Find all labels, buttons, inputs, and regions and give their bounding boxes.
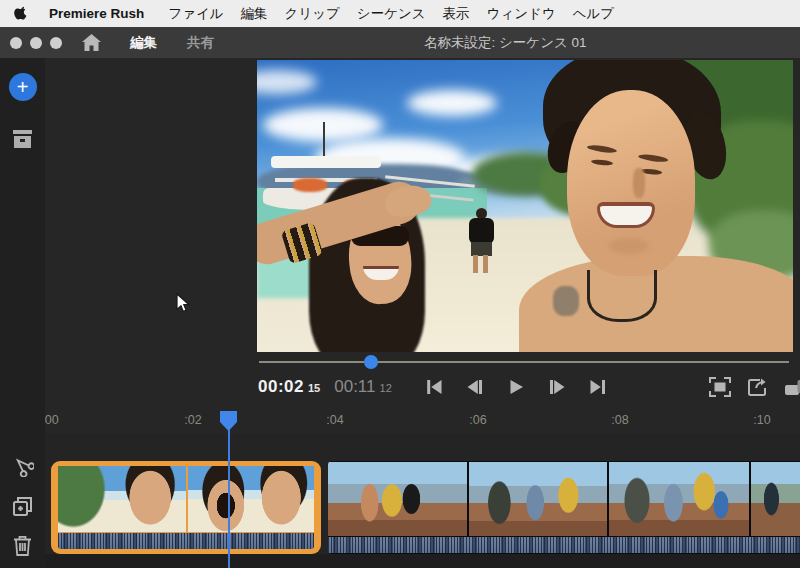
walking-person-legs bbox=[473, 255, 478, 273]
tab-edit[interactable]: 編集 bbox=[128, 28, 159, 58]
skip-to-start-icon bbox=[424, 377, 444, 397]
video-preview[interactable] bbox=[257, 60, 793, 352]
orientation-button[interactable] bbox=[784, 376, 800, 398]
menu-item-edit[interactable]: 編集 bbox=[241, 5, 268, 23]
walking-person-shorts bbox=[471, 242, 492, 256]
clip-thumbnails bbox=[58, 466, 314, 532]
clip-thumbnail bbox=[328, 462, 467, 536]
skip-to-start-button[interactable] bbox=[423, 376, 445, 398]
clip-thumbnail bbox=[609, 462, 749, 536]
clip-thumbnail bbox=[469, 462, 607, 536]
ruler-tick: :10 bbox=[753, 413, 770, 427]
mouse-cursor bbox=[176, 293, 191, 315]
main-panel: 00:02 15 00:11 12 bbox=[45, 58, 800, 568]
ruler-tick: :06 bbox=[469, 413, 486, 427]
boat-canopy bbox=[271, 156, 381, 168]
macos-menu-bar: Premiere Rush ファイル 編集 クリップ シーケンス 表示 ウィンド… bbox=[0, 0, 800, 27]
trash-icon bbox=[13, 535, 32, 556]
menu-item-clip[interactable]: クリップ bbox=[285, 5, 340, 23]
document-title: 名称未設定: シーケンス 01 bbox=[424, 27, 587, 58]
boat-cargo bbox=[293, 178, 327, 192]
duplicate-clip-button[interactable] bbox=[12, 495, 34, 517]
ruler-tick: :04 bbox=[326, 413, 343, 427]
timeline-tracks bbox=[45, 434, 800, 568]
boat-mast bbox=[323, 122, 325, 160]
home-button[interactable] bbox=[80, 32, 102, 54]
man-chin bbox=[609, 238, 649, 254]
man-tattoo bbox=[553, 286, 579, 316]
media-bin-icon bbox=[12, 130, 33, 148]
audio-waveform bbox=[58, 533, 314, 549]
orientation-icon bbox=[784, 377, 800, 397]
man-nose bbox=[633, 168, 645, 198]
previous-frame-button[interactable] bbox=[464, 376, 486, 398]
play-icon bbox=[506, 377, 526, 397]
menu-item-file[interactable]: ファイル bbox=[168, 5, 223, 23]
fullscreen-icon bbox=[709, 377, 731, 397]
current-frames: 15 bbox=[308, 382, 320, 394]
scrubber-track[interactable] bbox=[259, 361, 789, 363]
share-button[interactable] bbox=[746, 376, 769, 398]
plus-icon: + bbox=[17, 77, 29, 97]
next-frame-button[interactable] bbox=[546, 376, 568, 398]
fullscreen-button[interactable] bbox=[708, 376, 731, 398]
timeline-ruler[interactable]: :00 :02 :04 :06 :08 :10 bbox=[45, 410, 800, 434]
ruler-tick: :02 bbox=[184, 413, 201, 427]
man-smile bbox=[597, 202, 655, 228]
left-toolbar: + bbox=[0, 58, 45, 568]
home-icon bbox=[82, 34, 101, 51]
menu-item-sequence[interactable]: シーケンス bbox=[357, 5, 426, 23]
app-window: Premiere Rush ファイル 編集 クリップ シーケンス 表示 ウィンド… bbox=[0, 0, 800, 568]
transport-controls bbox=[423, 376, 609, 398]
timecode-display: 00:02 15 00:11 12 bbox=[258, 377, 392, 397]
split-clip-button[interactable] bbox=[12, 454, 34, 476]
previous-frame-icon bbox=[465, 377, 485, 397]
cloud bbox=[407, 90, 497, 116]
menu-item-view[interactable]: 表示 bbox=[443, 5, 470, 23]
menu-app-name[interactable]: Premiere Rush bbox=[49, 6, 144, 21]
delete-clip-button[interactable] bbox=[12, 534, 34, 556]
audio-waveform bbox=[328, 537, 800, 553]
media-bin-button[interactable] bbox=[12, 128, 34, 150]
timeline-footer bbox=[45, 554, 800, 568]
minimize-window-button[interactable] bbox=[30, 37, 42, 49]
duration-time: 00:11 bbox=[334, 377, 375, 397]
close-window-button[interactable] bbox=[10, 37, 22, 49]
add-media-button[interactable]: + bbox=[9, 73, 37, 101]
menu-item-window[interactable]: ウィンドウ bbox=[487, 5, 556, 23]
man-necklace bbox=[587, 270, 657, 322]
walking-person-shirt bbox=[469, 218, 494, 244]
play-button[interactable] bbox=[505, 376, 527, 398]
playhead-line bbox=[228, 424, 230, 568]
timeline-clip[interactable] bbox=[328, 461, 800, 554]
skip-to-end-button[interactable] bbox=[587, 376, 609, 398]
clip-thumbnails bbox=[328, 462, 800, 536]
clip-thumbnail bbox=[58, 466, 186, 532]
tab-share[interactable]: 共有 bbox=[185, 28, 216, 58]
skip-to-end-icon bbox=[588, 377, 608, 397]
apple-logo-icon[interactable] bbox=[14, 6, 29, 22]
traffic-lights bbox=[10, 37, 62, 49]
tab-edit-label: 編集 bbox=[130, 35, 157, 50]
scrubber-handle[interactable] bbox=[364, 355, 378, 369]
zoom-window-button[interactable] bbox=[50, 37, 62, 49]
tab-share-label: 共有 bbox=[187, 35, 214, 50]
preview-scrubber[interactable] bbox=[257, 354, 793, 370]
menu-item-help[interactable]: ヘルプ bbox=[573, 5, 614, 23]
ruler-tick: :00 bbox=[45, 413, 59, 427]
duplicate-icon bbox=[12, 496, 33, 517]
scissors-icon bbox=[12, 454, 34, 477]
ruler-tick: :08 bbox=[611, 413, 628, 427]
share-icon bbox=[747, 377, 769, 397]
clip-thumbnail bbox=[188, 466, 314, 532]
window-title-bar: 編集 共有 名称未設定: シーケンス 01 bbox=[0, 27, 800, 58]
current-time: 00:02 bbox=[258, 377, 304, 397]
view-controls bbox=[708, 376, 800, 398]
next-frame-icon bbox=[547, 377, 567, 397]
duration-frames: 12 bbox=[380, 382, 392, 394]
timeline-clip-selected[interactable] bbox=[51, 461, 321, 554]
clip-thumbnail bbox=[751, 462, 800, 536]
playback-controls: 00:02 15 00:11 12 bbox=[257, 374, 800, 404]
